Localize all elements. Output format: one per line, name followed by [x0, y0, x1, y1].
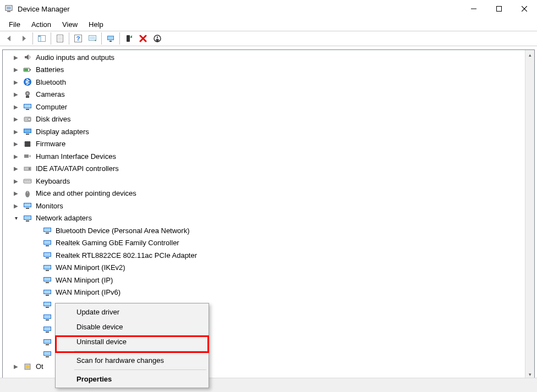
network-adapter-icon — [42, 349, 52, 359]
maximize-button[interactable] — [486, 0, 512, 18]
category-batteries[interactable]: ▶ Batteries — [3, 64, 534, 76]
chevron-right-icon[interactable]: ▶ — [12, 164, 20, 173]
svg-rect-19 — [108, 36, 113, 40]
category-hid[interactable]: ▶ Human Interface Devices — [3, 150, 534, 163]
show-hide-tree-button[interactable] — [35, 32, 48, 45]
help-button[interactable]: ? — [72, 32, 85, 45]
menu-help[interactable]: Help — [83, 19, 109, 30]
svg-rect-39 — [25, 141, 30, 147]
device-item[interactable]: Realtek RTL8822CE 802.11ac PCIe Adapter — [3, 249, 534, 262]
device-item[interactable]: WAN Miniport (IKEv2) — [3, 262, 534, 274]
titlebar: Device Manager — [0, 0, 537, 18]
device-label: Realtek RTL8822CE 802.11ac PCIe Adapter — [56, 251, 197, 260]
back-button[interactable] — [3, 32, 16, 45]
svg-point-29 — [26, 92, 29, 95]
device-label: WAN Miniport (IP) — [56, 276, 113, 284]
update-driver-button[interactable] — [104, 32, 117, 45]
category-bluetooth[interactable]: ▶ Bluetooth — [3, 76, 534, 89]
svg-rect-33 — [26, 109, 29, 110]
device-item[interactable]: WAN Miniport (IPv6) — [3, 286, 534, 299]
app-icon — [4, 4, 13, 13]
chevron-right-icon[interactable]: ▶ — [12, 127, 20, 136]
svg-rect-21 — [127, 35, 130, 42]
mouse-icon — [23, 189, 32, 198]
chevron-down-icon[interactable]: ▾ — [12, 214, 20, 223]
svg-rect-51 — [25, 180, 26, 181]
menubar: File Action View Help — [0, 18, 537, 31]
window-title: Device Manager — [18, 5, 70, 13]
menu-file[interactable]: File — [3, 19, 26, 30]
toolbar-separator — [32, 32, 33, 45]
scroll-up-icon[interactable]: ▴ — [525, 50, 535, 59]
svg-rect-77 — [46, 282, 49, 283]
scan-hardware-button[interactable] — [86, 32, 99, 45]
properties-button[interactable] — [53, 32, 67, 45]
category-keyboards[interactable]: ▶ Keyboards — [3, 175, 534, 187]
svg-rect-37 — [24, 129, 31, 132]
chevron-right-icon[interactable]: ▶ — [12, 201, 20, 210]
category-cameras[interactable]: ▶ Cameras — [3, 89, 534, 101]
disable-device-button[interactable] — [151, 32, 164, 45]
svg-rect-17 — [90, 36, 95, 40]
other-devices-icon — [23, 362, 32, 372]
chevron-right-icon[interactable]: ▶ — [12, 115, 20, 124]
keyboard-icon — [23, 176, 32, 186]
device-label: WAN Miniport (IKEv2) — [56, 263, 125, 272]
uninstall-device-button[interactable] — [136, 32, 150, 45]
category-label: Display adapters — [36, 128, 89, 136]
device-item[interactable]: WAN Miniport (IP) — [3, 274, 534, 286]
context-update-driver[interactable]: Update driver — [57, 305, 207, 319]
display-adapter-icon — [23, 126, 32, 136]
forward-button[interactable] — [17, 32, 30, 45]
category-audio[interactable]: ▶ Audio inputs and outputs — [3, 51, 534, 64]
svg-point-97 — [26, 365, 29, 368]
svg-rect-2 — [7, 11, 10, 12]
svg-rect-71 — [46, 257, 49, 258]
toolbar-separator — [69, 32, 69, 45]
context-scan-hardware[interactable]: Scan for hardware changes — [57, 353, 207, 368]
context-properties[interactable]: Properties — [57, 372, 207, 387]
chevron-right-icon[interactable]: ▶ — [12, 102, 20, 111]
category-disk-drives[interactable]: ▶ Disk drives — [3, 113, 534, 126]
chevron-right-icon[interactable]: ▶ — [12, 189, 20, 198]
category-mice[interactable]: ▶ Mice and other pointing devices — [3, 187, 534, 200]
chevron-right-icon[interactable]: ▶ — [12, 65, 20, 74]
category-display-adapters[interactable]: ▶ Display adapters — [3, 125, 534, 138]
chevron-right-icon[interactable]: ▶ — [12, 53, 20, 62]
chevron-right-icon[interactable]: ▶ — [12, 140, 20, 148]
category-label: Batteries — [36, 65, 64, 74]
category-firmware[interactable]: ▶ Firmware — [3, 138, 534, 151]
chevron-right-icon[interactable]: ▶ — [12, 176, 20, 185]
device-item[interactable]: Bluetooth Device (Personal Area Network) — [3, 224, 534, 237]
enable-device-button[interactable] — [122, 32, 135, 45]
camera-icon — [23, 90, 32, 100]
category-label: Keyboards — [36, 177, 70, 185]
chevron-right-icon[interactable]: ▶ — [12, 152, 20, 161]
monitor-icon — [23, 201, 32, 211]
device-label: Bluetooth Device (Personal Area Network) — [56, 227, 190, 235]
svg-point-35 — [28, 118, 31, 120]
device-label: Realtek Gaming GbE Family Controller — [56, 239, 179, 247]
category-monitors[interactable]: ▶ Monitors — [3, 200, 534, 212]
device-item[interactable]: Realtek Gaming GbE Family Controller — [3, 237, 534, 250]
category-label: Disk drives — [36, 115, 71, 123]
category-network-adapters[interactable]: ▾ Network adapters — [3, 212, 534, 225]
vertical-scrollbar[interactable]: ▴ ▾ — [525, 50, 534, 379]
svg-rect-54 — [30, 180, 31, 181]
chevron-right-icon[interactable]: ▶ — [12, 362, 20, 371]
svg-rect-73 — [44, 266, 51, 269]
chevron-right-icon[interactable]: ▶ — [12, 78, 20, 86]
context-uninstall-device[interactable]: Uninstall device — [57, 334, 207, 349]
svg-rect-1 — [7, 7, 11, 9]
chevron-right-icon[interactable]: ▶ — [12, 90, 20, 99]
category-computer[interactable]: ▶ Computer — [3, 101, 534, 113]
menu-action[interactable]: Action — [26, 19, 57, 30]
context-menu-separator — [74, 351, 206, 351]
context-disable-device[interactable]: Disable device — [57, 319, 207, 334]
close-button[interactable] — [512, 0, 537, 18]
minimize-button[interactable] — [461, 0, 486, 18]
menu-view[interactable]: View — [57, 19, 83, 30]
ide-icon — [23, 164, 32, 174]
category-ide[interactable]: ▶ IDE ATA/ATAPI controllers — [3, 163, 534, 175]
network-adapter-icon — [42, 238, 52, 248]
